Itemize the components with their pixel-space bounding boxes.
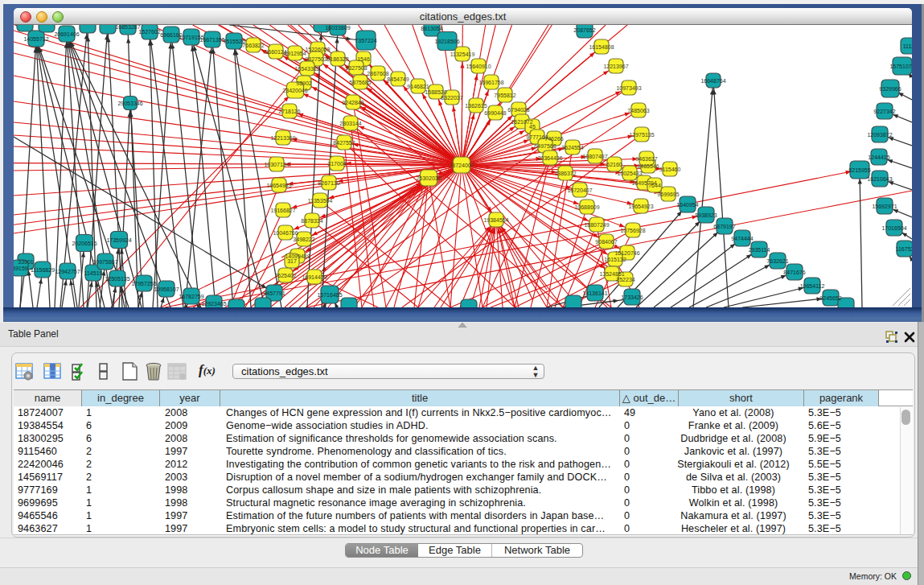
svg-text:29053346: 29053346: [117, 101, 142, 106]
svg-text:15640910: 15640910: [466, 64, 491, 69]
svg-text:16648764: 16648764: [700, 78, 725, 84]
svg-text:1588520: 1588520: [425, 89, 446, 95]
svg-text:8938923: 8938923: [695, 212, 717, 218]
svg-text:18807249: 18807249: [584, 222, 609, 228]
svg-text:12093872: 12093872: [867, 132, 892, 138]
svg-text:2718126: 2718126: [278, 109, 300, 114]
svg-text:1244415: 1244415: [868, 154, 889, 160]
svg-text:12213967: 12213967: [603, 64, 628, 69]
svg-text:317: 317: [287, 258, 297, 264]
svg-text:16033809: 16033809: [325, 25, 350, 31]
svg-text:9327503: 9327503: [305, 56, 326, 62]
svg-text:9463627: 9463627: [635, 156, 657, 162]
svg-text:746266: 746266: [544, 136, 563, 142]
svg-text:9242848: 9242848: [342, 100, 363, 105]
svg-text:16961758: 16961758: [478, 80, 503, 85]
svg-text:19166827: 19166827: [270, 208, 295, 213]
svg-text:7955812: 7955812: [494, 93, 515, 98]
svg-text:9146821: 9146821: [407, 84, 429, 89]
svg-text:20691406: 20691406: [54, 31, 79, 37]
svg-text:16543382: 16543382: [294, 66, 319, 72]
svg-text:1733426: 1733426: [621, 295, 643, 300]
svg-text:19384554: 19384554: [483, 217, 508, 223]
svg-text:1112: 1112: [903, 43, 912, 49]
svg-text:10046766: 10046766: [273, 230, 298, 236]
svg-text:10973493: 10973493: [616, 85, 641, 91]
svg-text:1527602: 1527602: [138, 29, 160, 35]
svg-text:1546: 1546: [357, 56, 370, 62]
svg-text:9115460: 9115460: [659, 167, 681, 172]
svg-text:10958107: 10958107: [154, 286, 179, 292]
svg-text:8427552: 8427552: [333, 140, 355, 146]
svg-text:9699695: 9699695: [657, 192, 679, 197]
svg-text:15226058: 15226058: [305, 47, 330, 52]
svg-text:9227342: 9227342: [873, 109, 895, 114]
svg-text:2867608: 2867608: [367, 71, 388, 76]
svg-text:98902: 98902: [296, 80, 312, 86]
svg-text:9474444: 9474444: [731, 236, 753, 241]
svg-text:23420046: 23420046: [282, 88, 307, 93]
svg-text:16120746: 16120746: [614, 250, 639, 256]
svg-text:17016504: 17016504: [881, 225, 906, 231]
svg-text:9465546: 9465546: [637, 163, 659, 169]
svg-text:15692971: 15692971: [872, 204, 897, 209]
svg-text:5875685: 5875685: [349, 80, 371, 85]
svg-text:116753: 116753: [896, 246, 912, 252]
svg-text:6879197: 6879197: [713, 224, 735, 229]
svg-text:8215955: 8215955: [848, 167, 870, 173]
svg-text:252234: 252234: [616, 277, 634, 282]
svg-text:8471676: 8471676: [783, 270, 805, 275]
svg-text:16671355: 16671355: [199, 37, 224, 43]
svg-text:11353594: 11353594: [308, 198, 333, 204]
svg-text:1362615: 1362615: [465, 103, 487, 109]
svg-text:8912954: 8912954: [284, 51, 306, 56]
svg-text:16914479: 16914479: [302, 274, 326, 280]
svg-text:16210643: 16210643: [867, 176, 892, 182]
svg-text:12505135: 12505135: [105, 276, 129, 282]
svg-text:12923465: 12923465: [201, 301, 226, 307]
svg-text:19218506: 19218506: [434, 39, 459, 44]
svg-text:6497568: 6497568: [534, 143, 556, 149]
svg-text:11325419: 11325419: [450, 51, 475, 57]
svg-text:1615132: 1615132: [604, 257, 626, 262]
svg-text:8454749: 8454749: [387, 76, 409, 82]
svg-text:16154808: 16154808: [589, 44, 614, 50]
svg-text:8267130: 8267130: [318, 180, 339, 186]
svg-text:9457791: 9457791: [263, 290, 285, 296]
svg-text:8322037: 8322037: [441, 95, 462, 101]
svg-text:25302035: 25302035: [416, 175, 441, 181]
svg-text:15751074: 15751074: [889, 64, 912, 69]
svg-text:33901: 33901: [18, 259, 34, 265]
svg-text:10654112: 10654112: [800, 283, 825, 289]
svg-text:16853287: 16853287: [115, 25, 140, 30]
svg-text:9327508: 9327508: [345, 65, 367, 71]
svg-text:14136141: 14136141: [582, 290, 607, 296]
svg-text:17359924: 17359924: [106, 237, 131, 243]
svg-text:62160: 62160: [606, 162, 622, 167]
svg-text:8878334: 8878334: [301, 218, 322, 224]
svg-text:45: 45: [529, 124, 536, 130]
svg-text:7625402: 7625402: [274, 273, 296, 278]
svg-text:15720407: 15720407: [567, 187, 592, 193]
svg-text:16782759: 16782759: [179, 294, 203, 299]
svg-text:2803144: 2803144: [339, 121, 361, 126]
svg-text:17957255: 17957255: [131, 281, 156, 286]
svg-text:39159: 39159: [14, 266, 28, 271]
svg-text:12975135: 12975135: [629, 132, 654, 138]
svg-text:7663822: 7663822: [242, 43, 264, 48]
svg-text:14055712: 14055712: [23, 36, 48, 42]
svg-text:6794028: 6794028: [507, 107, 529, 113]
svg-text:7386372: 7386372: [554, 171, 576, 176]
svg-text:9329966: 9329966: [879, 86, 901, 92]
svg-text:2087652: 2087652: [573, 27, 595, 33]
svg-text:13524851: 13524851: [599, 271, 624, 277]
svg-text:10307134: 10307134: [264, 162, 289, 167]
svg-text:10756928: 10756928: [620, 228, 645, 233]
svg-text:12213369: 12213369: [270, 135, 295, 141]
svg-text:9084067: 9084067: [595, 239, 617, 245]
svg-text:10025433: 10025433: [617, 171, 642, 176]
svg-text:3498222: 3498222: [293, 237, 314, 242]
svg-text:10807487: 10807487: [582, 154, 607, 159]
svg-text:6990448: 6990448: [484, 110, 506, 116]
svg-text:20206516: 20206516: [72, 241, 97, 246]
